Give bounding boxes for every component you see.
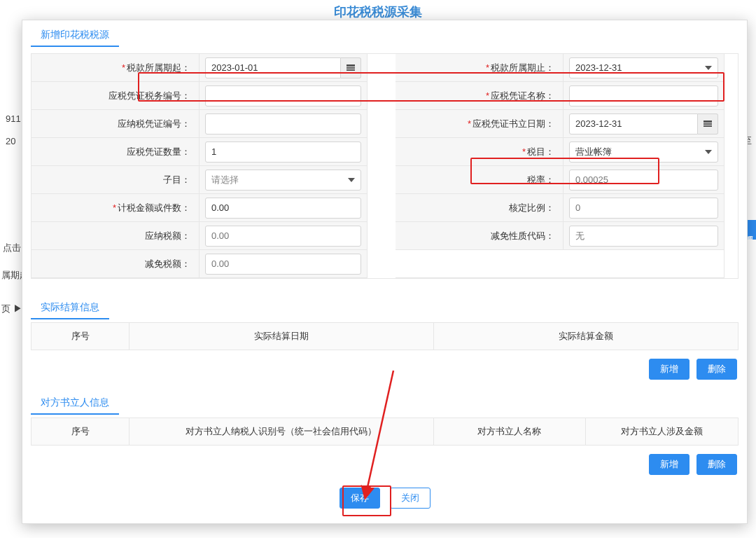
counterparty-delete-button[interactable]: 删除 <box>696 454 737 475</box>
label-assess-ratio: 核定比例： <box>509 202 554 214</box>
label-tax-rate: 税率： <box>527 174 554 186</box>
chevron-down-icon <box>348 178 355 182</box>
label-tax-item: 税目： <box>522 146 554 158</box>
chevron-down-icon <box>705 150 712 154</box>
label-cert-qty: 应税凭证数量： <box>127 146 190 158</box>
tax-rate-input <box>569 170 718 191</box>
page-title: 印花税税源采集 <box>0 4 756 20</box>
settlement-add-button[interactable]: 新增 <box>649 359 690 380</box>
label-tax-payable: 应纳税额： <box>145 230 190 242</box>
close-button[interactable]: 关闭 <box>390 488 430 509</box>
settlement-delete-button[interactable]: 删除 <box>696 359 737 380</box>
section-title-counterparty: 对方书立人信息 <box>31 388 119 415</box>
section-title-settlement: 实际结算信息 <box>31 293 109 319</box>
col-cp-taxid: 对方书立人纳税人识别号（统一社会信用代码） <box>130 418 434 445</box>
label-sub-item: 子目： <box>163 174 190 186</box>
exempt-amt-input <box>205 254 361 275</box>
col-cp-sn: 序号 <box>31 418 130 445</box>
label-period-from: 税款所属期起： <box>122 62 190 74</box>
cert-qty-input[interactable] <box>205 142 361 163</box>
col-settle-amount: 实际结算金额 <box>434 323 738 350</box>
label-exempt-amt: 减免税额： <box>145 258 190 270</box>
calendar-icon[interactable] <box>341 57 361 78</box>
counterparty-add-button[interactable]: 新增 <box>649 454 690 475</box>
col-sn: 序号 <box>31 323 130 350</box>
col-settle-date: 实际结算日期 <box>130 323 434 350</box>
calendar-icon[interactable] <box>698 113 718 134</box>
section-title-add: 新增印花税税源 <box>31 20 119 47</box>
label-tax-certno: 应纳税凭证编号： <box>118 118 190 130</box>
period-from-input[interactable] <box>205 57 341 78</box>
label-exempt-code: 减免性质代码： <box>491 230 554 242</box>
bg-pager: 页 ▶ <box>1 303 22 315</box>
tax-item-select[interactable]: 营业帐簿 <box>569 142 718 163</box>
cert-date-input[interactable] <box>569 113 698 134</box>
cert-taxno-input[interactable] <box>205 85 361 106</box>
save-button[interactable]: 保存 <box>340 488 380 509</box>
exempt-code-input <box>569 226 718 247</box>
settlement-table: 序号 实际结算日期 实际结算金额 <box>31 322 738 350</box>
col-cp-amount: 对方书立人涉及金额 <box>586 418 738 445</box>
label-cert-date: 应税凭证书立日期： <box>468 118 554 130</box>
sub-item-select[interactable]: 请选择 <box>205 170 361 191</box>
assess-ratio-input <box>569 198 718 219</box>
label-cert-name: 应税凭证名称： <box>486 90 554 102</box>
chevron-down-icon <box>705 66 712 70</box>
bg-year: 20 <box>6 136 15 146</box>
tax-payable-input <box>205 226 361 247</box>
bg-code: 911 <box>6 113 21 124</box>
counterparty-table: 序号 对方书立人纳税人识别号（统一社会信用代码） 对方书立人名称 对方书立人涉及… <box>31 418 738 446</box>
cert-name-input[interactable] <box>569 85 718 106</box>
label-cert-taxno: 应税凭证税务编号： <box>108 90 190 102</box>
tax-basis-input[interactable] <box>205 198 361 219</box>
form-zone: 税款所属期起： 税款所属期止： 2023-12-31 应税凭证税务编号： 应税凭… <box>22 48 747 279</box>
period-to-select[interactable]: 2023-12-31 <box>569 57 718 78</box>
tax-certno-input[interactable] <box>205 113 361 134</box>
col-cp-name: 对方书立人名称 <box>434 418 587 445</box>
dialog-stamp-tax-source: 新增印花税税源 税款所属期起： 税款所属期止： 2023-12-31 应税凭证税… <box>22 20 748 524</box>
label-tax-basis: 计税金额或件数： <box>113 202 190 214</box>
bg-hint: 点击 <box>3 242 21 254</box>
label-period-to: 税款所属期止： <box>486 62 554 74</box>
